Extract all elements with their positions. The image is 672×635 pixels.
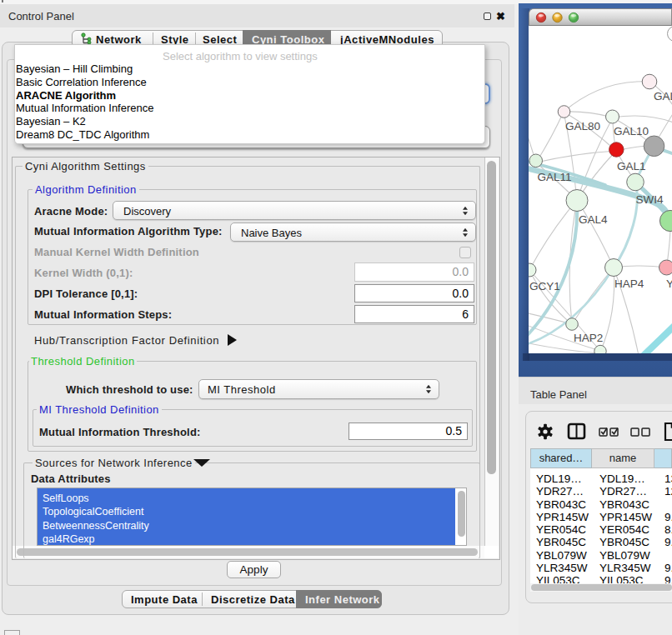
svg-text:GCY1: GCY1	[529, 280, 560, 292]
svg-text:GAL11: GAL11	[538, 171, 572, 183]
svg-text:HAP4: HAP4	[614, 278, 644, 290]
svg-text:HAP2: HAP2	[574, 332, 603, 344]
svg-text:GAL1: GAL1	[617, 160, 646, 172]
svg-text:SWI4: SWI4	[636, 193, 664, 206]
svg-text:Y: Y	[666, 278, 672, 290]
svg-text:GAL4: GAL4	[579, 213, 608, 226]
svg-text:GAL2: GAL2	[654, 90, 672, 102]
svg-text:GAL80: GAL80	[565, 120, 600, 132]
svg-text:GAL10: GAL10	[614, 125, 649, 138]
